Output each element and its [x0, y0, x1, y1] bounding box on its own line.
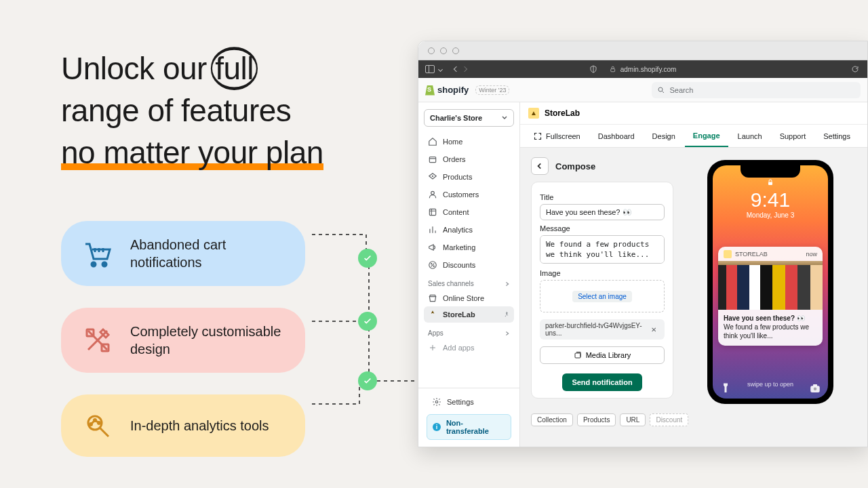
- svg-point-10: [658, 87, 663, 92]
- compose-card: Title Message We found a few products we…: [531, 182, 673, 399]
- nav-marketing[interactable]: Marketing: [424, 239, 514, 256]
- nav-settings[interactable]: Settings: [428, 394, 510, 410]
- target-chips: Collection Products URL Discount: [520, 413, 867, 433]
- chip-collection[interactable]: Collection: [531, 413, 573, 426]
- app-main: ▲ StoreLab Fullscreen Dashboard Design E…: [520, 102, 867, 447]
- message-label: Message: [540, 224, 665, 232]
- nav-home[interactable]: Home: [424, 134, 514, 150]
- feature-label: Abandoned cart notifications: [130, 236, 285, 271]
- nav-discounts[interactable]: Discounts: [424, 257, 514, 273]
- tab-support[interactable]: Support: [772, 125, 814, 147]
- products-icon: [428, 172, 437, 182]
- global-search[interactable]: Search: [652, 82, 861, 98]
- tab-launch[interactable]: Launch: [730, 125, 770, 147]
- check-badge: [358, 371, 377, 390]
- notification-card: STORELAB now Have you seen these? 👀 We f…: [718, 247, 823, 346]
- chevron-down-icon[interactable]: [438, 66, 443, 71]
- nav-products[interactable]: Products: [424, 169, 514, 185]
- app-tabs: Fullscreen Dashboard Design Engage Launc…: [520, 125, 867, 148]
- media-library-button[interactable]: Media Library: [540, 346, 665, 364]
- tab-settings[interactable]: Settings: [815, 125, 859, 147]
- chip-url[interactable]: URL: [620, 413, 646, 426]
- storelab-tile-icon: ▲: [528, 108, 539, 119]
- svg-point-18: [435, 401, 438, 403]
- cart-icon: [81, 237, 114, 270]
- forward-icon[interactable]: [462, 66, 467, 72]
- title-label: Title: [540, 193, 665, 201]
- nav-online-store[interactable]: Online Store: [424, 290, 514, 306]
- notif-image: [718, 261, 823, 310]
- privacy-shield-icon[interactable]: [589, 65, 597, 73]
- browser-window: admin.shopify.com shopify Winter '23 Sea…: [418, 41, 868, 447]
- traffic-max[interactable]: [452, 47, 459, 54]
- feature-label: In-depth analytics tools: [130, 417, 269, 434]
- marketing-headline: Unlock our full range of features no mat…: [61, 47, 380, 174]
- reload-icon[interactable]: [851, 65, 859, 73]
- nav-add-apps[interactable]: Add apps: [424, 340, 514, 356]
- feature-card-abandoned-cart: Abandoned cart notifications: [61, 221, 305, 286]
- image-dropzone[interactable]: Select an image: [540, 280, 665, 312]
- marketing-icon: [428, 243, 437, 252]
- headline-underlined: no matter your plan: [61, 135, 323, 170]
- fullscreen-icon: [534, 132, 542, 140]
- tab-engage[interactable]: Engage: [685, 125, 728, 147]
- select-image-link[interactable]: Select an image: [572, 291, 632, 302]
- url-host: admin.shopify.com: [620, 66, 677, 73]
- home-icon: [428, 137, 437, 146]
- svg-point-12: [432, 176, 433, 176]
- lock-screen-header: 9:41 Monday, June 3: [713, 178, 828, 219]
- shopify-logo[interactable]: shopify: [425, 85, 469, 96]
- nav-customers[interactable]: Customers: [424, 186, 514, 203]
- chevron-right-icon[interactable]: [505, 281, 510, 287]
- notif-time: now: [806, 251, 817, 258]
- svg-rect-20: [768, 182, 772, 186]
- svg-point-22: [814, 388, 817, 391]
- chip-products[interactable]: Products: [577, 413, 616, 426]
- svg-rect-19: [575, 353, 580, 358]
- analytics-icon: [81, 409, 114, 442]
- feature-card-analytics: In-depth analytics tools: [61, 394, 305, 457]
- phone-notch: [741, 165, 800, 178]
- svg-point-17: [433, 266, 434, 266]
- message-textarea[interactable]: We found a few products we think you'll …: [540, 235, 665, 264]
- back-icon[interactable]: [454, 66, 459, 72]
- send-notification-button[interactable]: Send notification: [562, 373, 642, 391]
- feature-label: Completely customisable design: [130, 323, 285, 358]
- svg-rect-9: [611, 69, 615, 72]
- back-button[interactable]: [531, 157, 549, 175]
- notif-app-name: STORELAB: [735, 251, 768, 258]
- check-badge: [358, 249, 377, 268]
- phone-preview: 9:41 Monday, June 3 STORELAB now: [707, 160, 833, 404]
- nav-storelab[interactable]: StoreLab: [424, 306, 514, 323]
- tab-dashboard[interactable]: Dashboard: [590, 125, 643, 147]
- tab-fullscreen[interactable]: Fullscreen: [526, 125, 589, 147]
- notif-title: Have you seen these? 👀: [724, 314, 817, 323]
- feature-card-customisable-design: Completely customisable design: [61, 308, 305, 373]
- traffic-close[interactable]: [428, 47, 435, 54]
- flashlight-icon: [719, 382, 732, 394]
- chip-discount[interactable]: Discount: [650, 413, 688, 426]
- traffic-min[interactable]: [440, 47, 447, 54]
- remove-file-button[interactable]: ✕: [648, 326, 659, 333]
- admin-sidebar: Charlie's Store Home Orders Products Cus…: [418, 102, 520, 447]
- nav-analytics[interactable]: Analytics: [424, 222, 514, 238]
- app-name: StoreLab: [545, 108, 580, 118]
- nav-content[interactable]: Content: [424, 204, 514, 220]
- svg-point-1: [92, 262, 96, 266]
- title-input[interactable]: [540, 204, 665, 220]
- chevron-right-icon[interactable]: [505, 331, 510, 336]
- design-tools-icon: [81, 324, 114, 357]
- nav-orders[interactable]: Orders: [424, 151, 514, 167]
- alert-non-transferable: iNon-transferable: [427, 414, 511, 440]
- plus-icon: [428, 343, 437, 352]
- sidebar-toggle-icon[interactable]: [425, 65, 435, 73]
- shopify-topbar: shopify Winter '23 Search: [418, 78, 867, 102]
- storelab-icon: [428, 310, 437, 319]
- store-selector[interactable]: Charlie's Store: [424, 109, 514, 127]
- store-name: Charlie's Store: [430, 114, 482, 122]
- lock-icon: [610, 66, 616, 73]
- customers-icon: [428, 190, 437, 199]
- tab-design[interactable]: Design: [644, 125, 684, 147]
- app-header: ▲ StoreLab: [520, 102, 867, 125]
- pin-icon[interactable]: [503, 311, 510, 318]
